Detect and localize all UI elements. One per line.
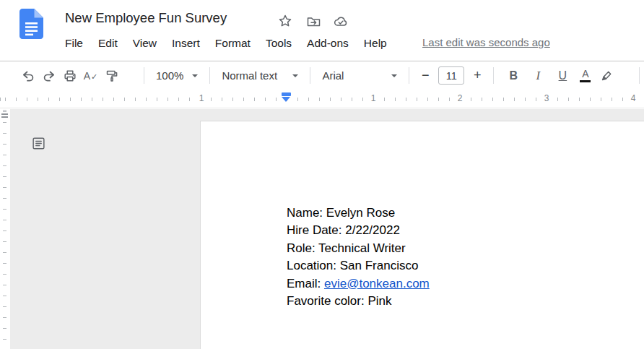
document-canvas: Name: Evelyn Rose Hire Date: 2/22/2022 R… xyxy=(0,109,644,349)
ruler-ticks xyxy=(3,109,6,349)
zoom-select[interactable]: 100% xyxy=(152,66,202,85)
menu-insert[interactable]: Insert xyxy=(172,37,200,50)
menu-file[interactable]: File xyxy=(65,37,83,50)
font-select[interactable]: Arial xyxy=(318,66,401,85)
document-outline-button[interactable] xyxy=(29,134,48,152)
text-line[interactable]: Favorite color: Pink xyxy=(287,293,430,310)
toolbar-divider xyxy=(209,67,210,84)
menu-tools[interactable]: Tools xyxy=(266,37,292,50)
text-line[interactable]: Hire Date: 2/22/2022 xyxy=(287,222,430,239)
text-line[interactable]: Name: Evelyn Rose xyxy=(287,204,430,222)
spellcheck-check-icon: ✓ xyxy=(90,70,97,82)
bold-button[interactable]: B xyxy=(503,66,523,85)
star-icon[interactable] xyxy=(277,13,293,29)
cloud-status-icon[interactable] xyxy=(333,14,349,30)
ruler-label: 3 xyxy=(542,93,552,104)
font-value: Arial xyxy=(322,69,344,82)
chevron-down-icon xyxy=(192,74,198,77)
horizontal-ruler[interactable]: 1 1 2 3 4 xyxy=(0,89,644,108)
ruler-label: 4 xyxy=(629,93,638,104)
toolbar-divider xyxy=(493,67,494,84)
italic-button[interactable]: I xyxy=(528,66,548,85)
first-line-indent-marker[interactable] xyxy=(282,92,291,96)
move-folder-icon[interactable] xyxy=(305,14,321,30)
toolbar-divider xyxy=(409,67,409,84)
menu-edit[interactable]: Edit xyxy=(98,37,118,50)
email-link[interactable]: evie@tonkean.com xyxy=(324,277,430,290)
text-line[interactable]: Location: San Francisco xyxy=(287,257,430,275)
chevron-down-icon xyxy=(391,74,397,77)
email-label: Email: xyxy=(287,277,324,290)
highlight-color-button[interactable] xyxy=(596,66,616,85)
toolbar-divider xyxy=(144,67,144,84)
menu-view[interactable]: View xyxy=(133,37,157,50)
highlighter-icon xyxy=(599,69,614,83)
text-line[interactable]: Email: evie@tonkean.com xyxy=(287,275,430,293)
ruler-label: 1 xyxy=(197,93,206,104)
menu-add-ons[interactable]: Add-ons xyxy=(307,37,349,50)
last-edit-link[interactable]: Last edit was seconds ago xyxy=(422,36,550,48)
decrease-font-size-button[interactable]: − xyxy=(417,66,434,85)
menu-bar: File Edit View Insert Format Tools Add-o… xyxy=(65,34,402,53)
zoom-value: 100% xyxy=(156,69,183,82)
chevron-down-icon xyxy=(292,74,298,77)
print-button[interactable] xyxy=(60,66,79,85)
text-color-button[interactable]: A xyxy=(575,66,595,85)
toolbar-divider xyxy=(310,67,310,84)
font-size-input[interactable]: 11 xyxy=(438,66,464,85)
header: New Employee Fun Survey File Edit View I… xyxy=(0,0,644,61)
docs-logo[interactable] xyxy=(19,9,43,39)
outline-icon xyxy=(31,136,46,151)
underline-button[interactable]: U xyxy=(552,66,573,85)
vertical-ruler[interactable] xyxy=(0,109,10,349)
spellcheck-letter: A xyxy=(84,70,90,82)
ruler-label: 1 xyxy=(369,93,378,104)
styles-select[interactable]: Normal text xyxy=(217,66,303,85)
toolbar: A ✓ 100% Normal text Arial − 11 + B I U … xyxy=(0,62,644,89)
paint-format-button[interactable] xyxy=(102,66,121,85)
document-title[interactable]: New Employee Fun Survey xyxy=(65,10,227,26)
text-line[interactable]: Role: Technical Writer xyxy=(287,240,430,257)
ruler-label: 2 xyxy=(456,93,465,104)
spellcheck-button[interactable]: A ✓ xyxy=(81,66,100,85)
left-indent-marker[interactable] xyxy=(282,97,290,102)
text-color-icon: A xyxy=(580,69,591,83)
document-text: Name: Evelyn Rose Hire Date: 2/22/2022 R… xyxy=(287,204,430,310)
undo-button[interactable] xyxy=(18,66,38,85)
redo-button[interactable] xyxy=(39,66,58,85)
toolbar-divider xyxy=(639,67,640,84)
top-margin-handle[interactable] xyxy=(1,113,8,115)
increase-font-size-button[interactable]: + xyxy=(469,66,486,85)
menu-help[interactable]: Help xyxy=(364,37,387,50)
menu-format[interactable]: Format xyxy=(215,37,251,50)
paragraph-style-value: Normal text xyxy=(222,69,277,82)
page[interactable]: Name: Evelyn Rose Hire Date: 2/22/2022 R… xyxy=(201,121,644,349)
indent-marker[interactable] xyxy=(282,92,291,102)
